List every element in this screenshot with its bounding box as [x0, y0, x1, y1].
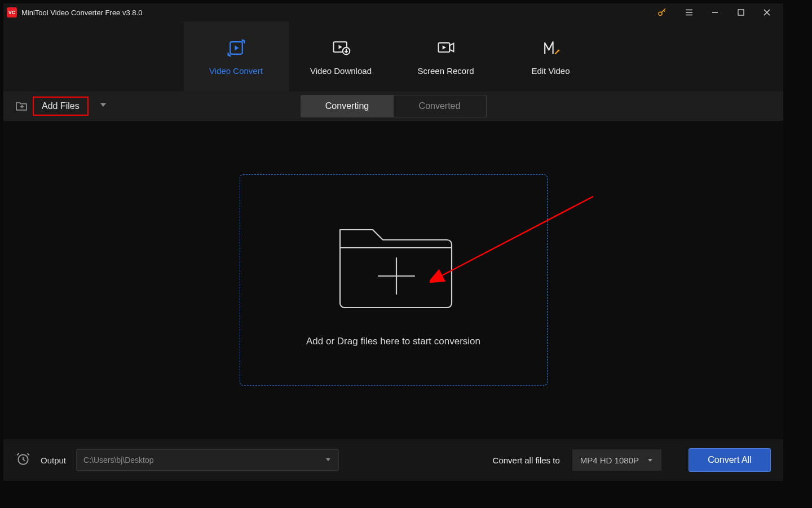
svg-rect-1	[738, 10, 744, 15]
chevron-down-icon[interactable]	[99, 100, 108, 112]
hamburger-icon[interactable]	[676, 3, 702, 21]
convert-all-button[interactable]: Convert All	[689, 448, 771, 472]
main-area: Add or Drag files here to start conversi…	[3, 121, 783, 439]
tab-edit-video[interactable]: Edit Video	[498, 21, 603, 91]
window-controls	[649, 3, 780, 21]
folder-plus-large-icon	[334, 213, 453, 317]
maximize-button[interactable]	[728, 3, 754, 21]
svg-marker-10	[100, 103, 106, 107]
svg-marker-15	[648, 459, 652, 462]
output-path-text: C:\Users\bj\Desktop	[83, 456, 153, 465]
tab-label: Screen Record	[417, 66, 474, 76]
app-logo-icon: VC	[7, 7, 17, 17]
svg-marker-5	[338, 45, 342, 49]
tab-screen-record[interactable]: Screen Record	[394, 21, 498, 91]
segment-converted[interactable]: Converted	[394, 95, 486, 117]
clock-icon[interactable]	[16, 452, 30, 468]
app-title: MiniTool Video Converter Free v3.8.0	[21, 8, 142, 17]
screen-record-icon	[436, 38, 456, 58]
output-path-select[interactable]: C:\Users\bj\Desktop	[76, 449, 339, 471]
key-icon[interactable]	[649, 3, 675, 21]
app-window: VC MiniTool Video Converter Free v3.8.0	[3, 3, 783, 481]
tab-label: Video Convert	[209, 66, 263, 76]
format-selected-text: MP4 HD 1080P	[580, 456, 639, 465]
chevron-down-icon	[647, 456, 654, 465]
svg-point-9	[557, 49, 559, 51]
dropzone-text: Add or Drag files here to start conversi…	[306, 336, 480, 347]
convert-all-to-label: Convert all files to	[493, 456, 560, 465]
close-button[interactable]	[754, 3, 780, 21]
minimize-button[interactable]	[702, 3, 728, 21]
segmented-control: Converting Converted	[301, 95, 487, 117]
output-label: Output	[41, 456, 66, 465]
format-select[interactable]: MP4 HD 1080P	[572, 449, 661, 471]
footer: Output C:\Users\bj\Desktop Convert all f…	[3, 439, 783, 481]
svg-marker-8	[442, 45, 445, 49]
nav-header: Video Convert Video Download	[3, 21, 783, 91]
toolbar: Add Files Converting Converted	[3, 91, 783, 121]
edit-video-icon	[541, 38, 561, 58]
chevron-down-icon	[325, 456, 332, 465]
segment-converting[interactable]: Converting	[301, 95, 394, 117]
download-play-icon	[331, 38, 351, 58]
tab-label: Video Download	[310, 66, 372, 76]
folder-plus-icon[interactable]	[12, 97, 30, 115]
tab-label: Edit Video	[531, 66, 570, 76]
add-files-button[interactable]: Add Files	[33, 97, 89, 116]
titlebar: VC MiniTool Video Converter Free v3.8.0	[3, 3, 783, 21]
svg-marker-14	[326, 458, 330, 461]
tab-video-download[interactable]: Video Download	[289, 21, 394, 91]
svg-marker-3	[235, 45, 239, 50]
svg-point-0	[659, 12, 662, 15]
refresh-play-icon	[226, 38, 246, 58]
dropzone[interactable]: Add or Drag files here to start conversi…	[240, 174, 548, 386]
tab-video-convert[interactable]: Video Convert	[184, 21, 289, 91]
